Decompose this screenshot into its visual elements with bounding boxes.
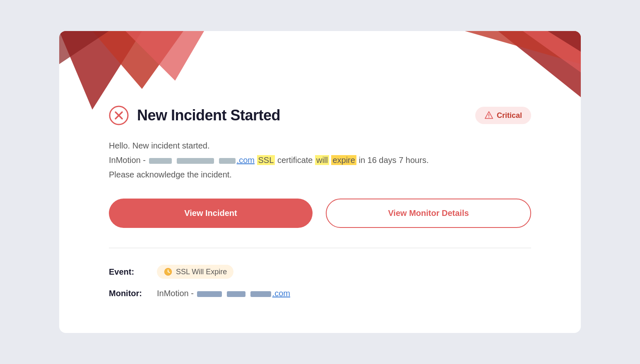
monitor-text: InMotion - .com	[157, 289, 290, 298]
monitor-prefix: InMotion -	[157, 289, 196, 298]
view-incident-button[interactable]: View Incident	[109, 199, 313, 228]
monitor-redacted-1	[197, 291, 222, 297]
monitor-redacted-3	[250, 291, 271, 297]
section-divider	[109, 248, 531, 248]
body-suffix: in 16 days 7 hours.	[358, 156, 428, 165]
domain-link[interactable]: .com	[237, 156, 255, 165]
monitor-label: Monitor:	[109, 289, 150, 298]
redacted-3	[219, 158, 236, 164]
buttons-row: View Incident View Monitor Details	[109, 199, 531, 228]
body-text: Hello. New incident started. InMotion - …	[109, 139, 531, 182]
header-row: New Incident Started Critical	[109, 105, 531, 125]
event-row: Event: SSL Will Expire	[109, 265, 531, 279]
body-line3: Please acknowledge the incident.	[109, 168, 531, 182]
critical-label: Critical	[497, 111, 522, 120]
monitor-redacted-2	[227, 291, 245, 297]
view-monitor-details-button[interactable]: View Monitor Details	[326, 199, 531, 228]
clock-icon	[164, 267, 173, 276]
expire-highlight: expire	[331, 155, 356, 165]
svg-point-12	[488, 117, 489, 118]
redacted-2	[177, 158, 214, 164]
ssl-highlight: SSL	[257, 155, 275, 165]
warning-triangle-icon	[484, 111, 493, 120]
body-line1: Hello. New incident started.	[109, 139, 531, 153]
page-title: New Incident Started	[137, 107, 280, 124]
body-prefix: InMotion -	[109, 156, 148, 165]
monitor-domain-link[interactable]: .com	[272, 289, 290, 298]
notification-card: New Incident Started Critical Hello. New…	[59, 31, 581, 333]
event-label: Event:	[109, 267, 150, 277]
x-circle-icon	[109, 105, 129, 125]
event-value: SSL Will Expire	[176, 268, 227, 276]
critical-badge: Critical	[475, 107, 531, 124]
event-badge: SSL Will Expire	[157, 265, 233, 279]
body-middle: certificate	[277, 156, 315, 165]
header-left: New Incident Started	[109, 105, 280, 125]
redacted-1	[149, 158, 172, 164]
body-line2: InMotion - .com SSL certificate will exp…	[109, 153, 531, 168]
will-highlight: will	[315, 155, 329, 165]
monitor-row: Monitor: InMotion - .com	[109, 289, 531, 298]
